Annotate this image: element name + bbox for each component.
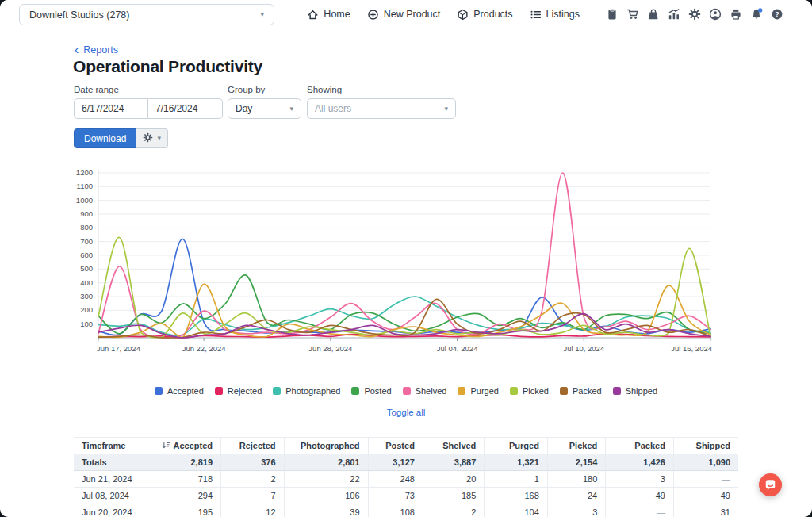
y-axis-tick-label: 900 [80, 209, 93, 218]
y-axis-tick-label: 300 [80, 292, 93, 301]
y-axis-tick-label: 1100 [77, 182, 93, 190]
x-axis-tick-label: Jun 22, 2024 [182, 344, 226, 353]
gear-icon [688, 8, 701, 21]
legend-swatch [560, 387, 568, 395]
legend-label: Packed [573, 386, 602, 396]
help-button[interactable]: ? [769, 6, 785, 22]
chart-legend: AcceptedRejectedPhotographedPostedShelve… [0, 386, 812, 396]
column-header-packed[interactable]: Packed [606, 438, 674, 454]
date-start-input[interactable] [74, 98, 148, 119]
legend-item-posted[interactable]: Posted [351, 386, 391, 396]
legend-label: Purged [470, 386, 498, 396]
value-cell: 39 [284, 504, 368, 517]
legend-label: Rejected [228, 386, 262, 396]
value-cell: 195 [151, 504, 221, 517]
legend-item-rejected[interactable]: Rejected [215, 386, 262, 396]
legend-item-shipped[interactable]: Shipped [613, 386, 657, 396]
svg-text:?: ? [775, 10, 779, 18]
y-axis-tick-label: 500 [80, 264, 93, 273]
nav-link-listings[interactable]: Listings [530, 9, 580, 21]
table-header-row: TimeframeAcceptedRejectedPhotographedPos… [74, 438, 738, 454]
chevron-down-icon: ▾ [260, 11, 264, 18]
legend-item-purged[interactable]: Purged [458, 386, 498, 396]
totals-cell: 3,887 [423, 454, 484, 471]
y-axis-tick-label: 800 [80, 223, 93, 232]
bell-button[interactable] [749, 6, 764, 22]
legend-swatch [458, 387, 465, 395]
toggle-all-link[interactable]: Toggle all [387, 408, 426, 417]
list-icon [530, 9, 542, 21]
value-cell: 2 [221, 471, 285, 488]
y-axis-tick-label: 200 [80, 305, 93, 314]
topbar: Downleft Studios (278) ▾ HomeNew Product… [0, 0, 812, 29]
download-options-button[interactable]: ▾ [136, 128, 168, 148]
legend-item-accepted[interactable]: Accepted [155, 386, 204, 396]
timeframe-cell: Jul 08, 2024 [74, 488, 151, 504]
legend-item-photographed[interactable]: Photographed [273, 386, 340, 396]
column-header-purged[interactable]: Purged [485, 438, 548, 454]
showing-select[interactable]: All users ▾ [307, 98, 456, 119]
bag-button[interactable] [645, 6, 661, 22]
report-table: TimeframeAcceptedRejectedPhotographedPos… [74, 437, 738, 517]
cart-button[interactable] [625, 6, 641, 22]
x-axis-tick-label: Jun 17, 2024 [97, 344, 140, 353]
nav-link-new-product[interactable]: New Product [367, 9, 441, 21]
nav-link-home[interactable]: Home [307, 9, 350, 21]
column-header-shipped[interactable]: Shipped [673, 438, 738, 454]
value-cell: 106 [284, 488, 368, 504]
table-row: Jun 20, 2024195123910821043—31 [74, 504, 738, 517]
totals-cell: 2,819 [151, 454, 221, 471]
download-button[interactable]: Download [74, 128, 136, 148]
user-button[interactable] [707, 6, 723, 22]
column-header-photographed[interactable]: Photographed [284, 438, 368, 454]
date-end-input[interactable] [148, 98, 223, 119]
totals-cell: 1,426 [606, 454, 674, 471]
timeframe-cell: Jun 21, 2024 [74, 471, 151, 488]
column-header-accepted[interactable]: Accepted [151, 438, 221, 454]
nav-link-products[interactable]: Products [457, 9, 512, 21]
gear-button[interactable] [687, 6, 703, 22]
table-row: Jul 08, 2024294710673185168244949 [74, 488, 738, 504]
nav-links: HomeNew ProductProductsListings [307, 9, 580, 21]
column-header-rejected[interactable]: Rejected [221, 438, 285, 454]
app-window: Downleft Studios (278) ▾ HomeNew Product… [0, 0, 812, 517]
value-cell: 49 [606, 488, 674, 504]
column-header-shelved[interactable]: Shelved [423, 438, 484, 454]
productivity-line-chart: 100200300400500600700800900100011001200J… [70, 165, 728, 358]
value-cell: 49 [673, 488, 738, 504]
analytics-button[interactable] [666, 6, 682, 22]
chat-launcher-button[interactable] [759, 473, 782, 496]
printer-button[interactable] [728, 6, 744, 22]
group-by-label: Group by [228, 85, 265, 94]
account-select[interactable]: Downleft Studios (278) ▾ [19, 4, 274, 25]
value-cell: — [673, 471, 738, 488]
legend-item-packed[interactable]: Packed [560, 386, 602, 396]
group-by-select[interactable]: Day ▾ [228, 98, 301, 119]
toggle-row: Toggle all [0, 404, 812, 419]
value-cell: 3 [606, 471, 674, 488]
toolbar-icons: ? [604, 6, 785, 22]
legend-label: Shelved [416, 386, 447, 396]
analytics-icon [668, 8, 680, 21]
value-cell: 7 [221, 488, 285, 504]
value-cell: 12 [221, 504, 285, 517]
legend-swatch [403, 387, 411, 395]
legend-label: Photographed [285, 386, 340, 396]
legend-item-picked[interactable]: Picked [510, 386, 549, 396]
x-axis-tick-label: Jul 10, 2024 [563, 344, 604, 353]
filters-bar: Date range Group by Showing Day ▾ All us… [74, 85, 550, 121]
breadcrumb[interactable]: ‹ Reports [75, 44, 118, 56]
value-cell: 2 [423, 504, 484, 517]
totals-cell: 376 [221, 454, 285, 471]
legend-swatch [273, 387, 281, 395]
nav-link-label: New Product [384, 9, 441, 20]
column-header-picked[interactable]: Picked [547, 438, 605, 454]
clipboard-button[interactable] [604, 6, 620, 22]
legend-item-shelved[interactable]: Shelved [403, 386, 447, 396]
plus-circle-icon [367, 9, 379, 21]
y-axis-tick-label: 400 [80, 278, 93, 287]
column-header-timeframe[interactable]: Timeframe [74, 438, 151, 454]
column-header-posted[interactable]: Posted [368, 438, 423, 454]
legend-label: Shipped [626, 386, 657, 396]
value-cell: 180 [547, 471, 605, 488]
